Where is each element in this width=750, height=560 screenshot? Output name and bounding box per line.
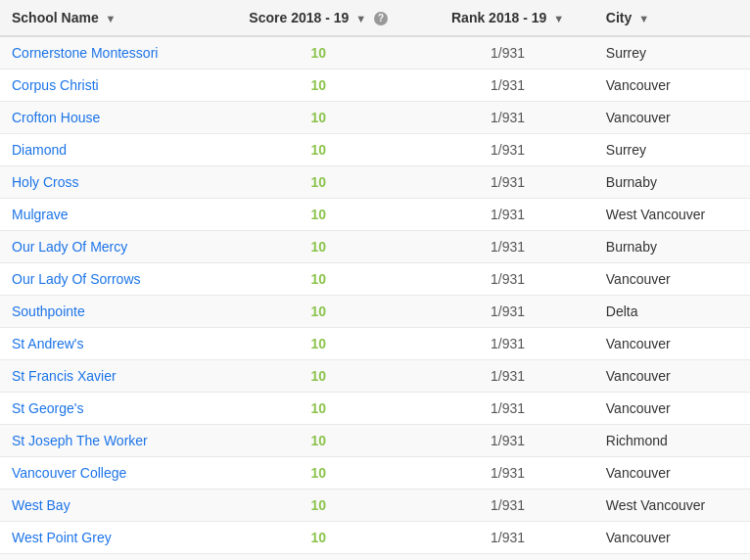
city-cell: West Vancouver xyxy=(594,199,750,231)
rank-cell: 1/931 xyxy=(421,328,594,360)
city-cell: Vancouver xyxy=(594,457,750,490)
score-cell: 10 xyxy=(215,102,421,134)
rank-cell: 1/931 xyxy=(421,263,594,296)
city-cell: Burnaby xyxy=(594,166,750,199)
school-name-link[interactable]: Diamond xyxy=(12,142,67,158)
score-label: Score 2018 - 19 xyxy=(249,10,349,25)
school-name-link[interactable]: Cornerstone Montessori xyxy=(12,45,158,61)
table-row: St George's101/931Vancouver xyxy=(0,393,750,425)
school-name-link[interactable]: Holy Cross xyxy=(12,174,78,190)
city-cell: Vancouver xyxy=(594,328,750,360)
city-cell: Richmond xyxy=(594,425,750,457)
school-name-cell: Our Lady Of Mercy xyxy=(0,231,215,263)
school-name-sort-icon[interactable]: ▼ xyxy=(106,13,117,24)
city-cell: Surrey xyxy=(594,134,750,166)
school-name-link[interactable]: Mulgrave xyxy=(12,207,69,222)
score-info-icon[interactable]: ? xyxy=(374,12,388,25)
table-row: Holy Cross101/931Burnaby xyxy=(0,166,750,199)
school-name-cell: Vancouver College xyxy=(0,457,215,490)
rank-header[interactable]: Rank 2018 - 19 ▼ xyxy=(421,0,594,36)
city-cell: Delta xyxy=(594,296,750,328)
rank-cell: 1/931 xyxy=(421,231,594,263)
rank-cell: 1/931 xyxy=(421,166,594,199)
school-name-cell: Crofton House xyxy=(0,102,215,134)
score-sort-icon[interactable]: ▼ xyxy=(355,13,366,24)
score-cell: 10 xyxy=(215,231,421,263)
rank-cell: 1/931 xyxy=(421,554,594,560)
school-name-link[interactable]: West Point Grey xyxy=(12,530,112,545)
school-name-cell: Corpus Christi xyxy=(0,70,215,102)
score-cell: 10 xyxy=(215,166,421,199)
school-name-cell: Diamond xyxy=(0,134,215,166)
city-label: City xyxy=(606,10,632,25)
table-row: Our Lady Of Sorrows101/931Vancouver xyxy=(0,263,750,296)
school-name-link[interactable]: St George's xyxy=(12,400,84,416)
city-cell: Vancouver xyxy=(594,102,750,134)
school-name-link[interactable]: Our Lady Of Sorrows xyxy=(12,271,141,287)
score-cell: 10 xyxy=(215,490,421,522)
school-name-cell: Southpointe xyxy=(0,296,215,328)
table-row: Crofton House101/931Vancouver xyxy=(0,102,750,134)
rank-cell: 1/931 xyxy=(421,490,594,522)
school-name-cell: Cornerstone Montessori xyxy=(0,36,215,70)
score-cell: 10 xyxy=(215,425,421,457)
score-cell: 10 xyxy=(215,296,421,328)
school-name-link[interactable]: St Francis Xavier xyxy=(12,368,117,384)
table-row: York House101/931Vancouver xyxy=(0,554,750,560)
score-cell: 10 xyxy=(215,328,421,360)
school-name-cell: York House xyxy=(0,554,215,560)
rank-cell: 1/931 xyxy=(421,199,594,231)
rank-cell: 1/931 xyxy=(421,393,594,425)
school-name-cell: Holy Cross xyxy=(0,166,215,199)
school-name-cell: West Point Grey xyxy=(0,522,215,554)
rank-cell: 1/931 xyxy=(421,134,594,166)
school-name-link[interactable]: St Andrew's xyxy=(12,336,84,351)
score-cell: 10 xyxy=(215,70,421,102)
table-row: Corpus Christi101/931Vancouver xyxy=(0,70,750,102)
school-name-link[interactable]: Our Lady Of Mercy xyxy=(12,239,127,255)
table-row: Mulgrave101/931West Vancouver xyxy=(0,199,750,231)
score-cell: 10 xyxy=(215,522,421,554)
rank-cell: 1/931 xyxy=(421,296,594,328)
table-row: St Andrew's101/931Vancouver xyxy=(0,328,750,360)
city-cell: Burnaby xyxy=(594,231,750,263)
school-name-link[interactable]: St Joseph The Worker xyxy=(12,433,148,448)
rank-cell: 1/931 xyxy=(421,36,594,70)
table-row: West Point Grey101/931Vancouver xyxy=(0,522,750,554)
table-row: Our Lady Of Mercy101/931Burnaby xyxy=(0,231,750,263)
table-row: Cornerstone Montessori101/931Surrey xyxy=(0,36,750,70)
city-cell: Vancouver xyxy=(594,393,750,425)
school-name-cell: St Joseph The Worker xyxy=(0,425,215,457)
city-cell: Vancouver xyxy=(594,70,750,102)
school-name-link[interactable]: West Bay xyxy=(12,497,70,513)
school-name-cell: St George's xyxy=(0,393,215,425)
school-name-cell: St Francis Xavier xyxy=(0,360,215,393)
score-cell: 10 xyxy=(215,134,421,166)
school-name-label: School Name xyxy=(12,10,99,25)
school-name-link[interactable]: Corpus Christi xyxy=(12,77,99,93)
table-row: St Joseph The Worker101/931Richmond xyxy=(0,425,750,457)
table-row: Diamond101/931Surrey xyxy=(0,134,750,166)
school-name-cell: Mulgrave xyxy=(0,199,215,231)
score-cell: 10 xyxy=(215,36,421,70)
school-name-link[interactable]: Crofton House xyxy=(12,110,100,125)
school-name-header[interactable]: School Name ▼ xyxy=(0,0,215,36)
city-header[interactable]: City ▼ xyxy=(594,0,750,36)
city-sort-icon[interactable]: ▼ xyxy=(638,13,649,24)
score-header[interactable]: Score 2018 - 19 ▼ ? xyxy=(215,0,421,36)
rank-sort-icon[interactable]: ▼ xyxy=(553,13,564,24)
school-name-link[interactable]: Southpointe xyxy=(12,303,85,319)
rank-cell: 1/931 xyxy=(421,102,594,134)
score-cell: 10 xyxy=(215,360,421,393)
schools-table: School Name ▼ Score 2018 - 19 ▼ ? Rank 2… xyxy=(0,0,750,560)
table-row: St Francis Xavier101/931Vancouver xyxy=(0,360,750,393)
school-name-link[interactable]: Vancouver College xyxy=(12,465,126,481)
rank-cell: 1/931 xyxy=(421,70,594,102)
rank-cell: 1/931 xyxy=(421,522,594,554)
score-cell: 10 xyxy=(215,393,421,425)
city-cell: Vancouver xyxy=(594,360,750,393)
rank-cell: 1/931 xyxy=(421,360,594,393)
rank-cell: 1/931 xyxy=(421,457,594,490)
rank-label: Rank 2018 - 19 xyxy=(451,10,546,25)
city-cell: Vancouver xyxy=(594,522,750,554)
